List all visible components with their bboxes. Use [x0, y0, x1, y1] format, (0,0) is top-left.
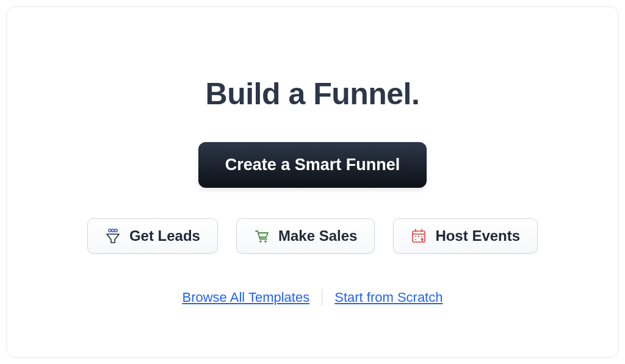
get-leads-label: Get Leads [129, 227, 200, 244]
secondary-button-row: Get Leads Make Sales [87, 218, 538, 254]
host-events-label: Host Events [435, 227, 520, 244]
svg-point-3 [259, 240, 262, 243]
funnel-builder-card: Build a Funnel. Create a Smart Funnel Ge… [6, 6, 619, 358]
link-divider [322, 289, 322, 306]
create-smart-funnel-button[interactable]: Create a Smart Funnel [198, 142, 427, 188]
svg-point-0 [109, 229, 111, 232]
svg-point-2 [115, 229, 117, 232]
svg-point-9 [415, 236, 416, 237]
page-heading: Build a Funnel. [206, 76, 420, 112]
get-leads-button[interactable]: Get Leads [87, 218, 218, 254]
funnel-people-icon [105, 228, 121, 244]
make-sales-label: Make Sales [278, 227, 357, 244]
host-events-button[interactable]: Host Events [393, 218, 538, 254]
footer-links: Browse All Templates Start from Scratch [182, 289, 443, 306]
shopping-cart-icon [254, 228, 270, 244]
svg-point-11 [421, 236, 422, 237]
make-sales-button[interactable]: Make Sales [236, 218, 375, 254]
browse-templates-link[interactable]: Browse All Templates [182, 290, 310, 305]
svg-point-10 [418, 236, 419, 237]
svg-point-4 [264, 240, 267, 243]
svg-point-12 [415, 239, 416, 240]
calendar-icon [411, 228, 427, 244]
primary-button-label: Create a Smart Funnel [225, 155, 400, 174]
svg-point-1 [112, 229, 114, 232]
start-from-scratch-link[interactable]: Start from Scratch [334, 290, 443, 305]
